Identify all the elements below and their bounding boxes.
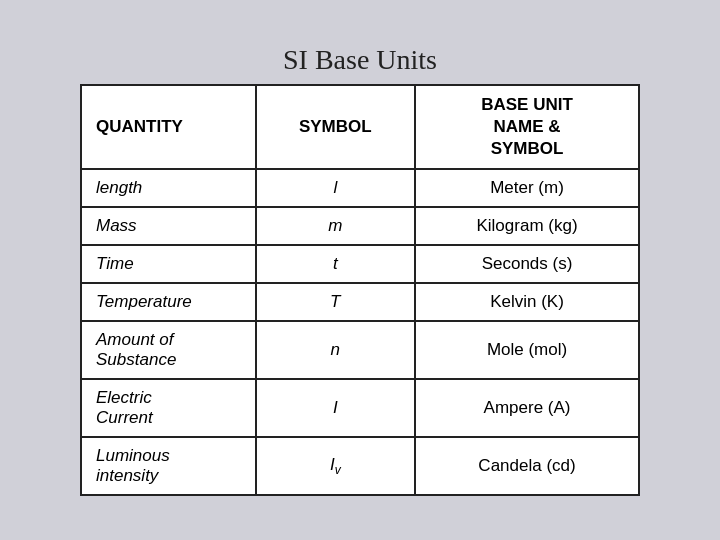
quantity-cell: Amount ofSubstance <box>81 321 256 379</box>
si-units-table: QUANTITY SYMBOL BASE UNITNAME &Symbol le… <box>80 84 640 496</box>
quantity-cell: Mass <box>81 207 256 245</box>
table-row: Luminousintensity Iv Candela (cd) <box>81 437 639 495</box>
quantity-cell: length <box>81 169 256 207</box>
symbol-cell: I <box>256 379 415 437</box>
base-unit-cell: Seconds (s) <box>415 245 639 283</box>
base-unit-cell: Ampere (A) <box>415 379 639 437</box>
base-unit-cell: Mole (mol) <box>415 321 639 379</box>
quantity-cell: ElectricCurrent <box>81 379 256 437</box>
table-row: Amount ofSubstance n Mole (mol) <box>81 321 639 379</box>
header-quantity: QUANTITY <box>81 85 256 169</box>
table-header-row: QUANTITY SYMBOL BASE UNITNAME &Symbol <box>81 85 639 169</box>
quantity-cell: Luminousintensity <box>81 437 256 495</box>
symbol-cell: t <box>256 245 415 283</box>
symbol-cell: n <box>256 321 415 379</box>
base-unit-cell: Candela (cd) <box>415 437 639 495</box>
table-row: Mass m Kilogram (kg) <box>81 207 639 245</box>
header-symbol: SYMBOL <box>256 85 415 169</box>
quantity-cell: Time <box>81 245 256 283</box>
page-title: SI Base Units <box>283 44 437 76</box>
symbol-cell: Iv <box>256 437 415 495</box>
quantity-cell: Temperature <box>81 283 256 321</box>
symbol-cell: T <box>256 283 415 321</box>
table-row: ElectricCurrent I Ampere (A) <box>81 379 639 437</box>
symbol-cell: m <box>256 207 415 245</box>
symbol-cell: l <box>256 169 415 207</box>
base-unit-cell: Kilogram (kg) <box>415 207 639 245</box>
main-container: SI Base Units QUANTITY SYMBOL BASE UNITN… <box>80 44 640 496</box>
table-row: Temperature T Kelvin (K) <box>81 283 639 321</box>
table-row: Time t Seconds (s) <box>81 245 639 283</box>
header-base-unit: BASE UNITNAME &Symbol <box>415 85 639 169</box>
table-row: length l Meter (m) <box>81 169 639 207</box>
base-unit-cell: Meter (m) <box>415 169 639 207</box>
base-unit-cell: Kelvin (K) <box>415 283 639 321</box>
